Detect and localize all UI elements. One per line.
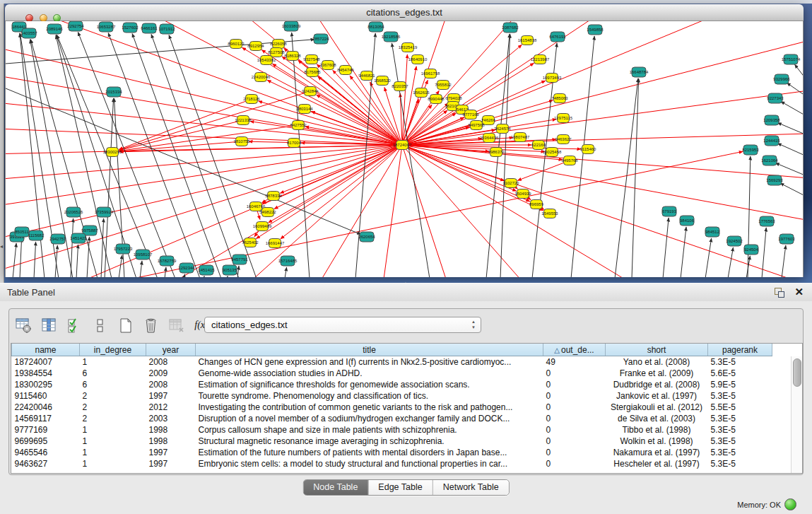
window-titlebar[interactable]: citations_edges.txt	[5, 4, 804, 21]
table-cell[interactable]: 0	[543, 379, 606, 390]
table-cell[interactable]: 2008	[146, 379, 196, 390]
table-cell[interactable]: 49	[543, 356, 606, 368]
memory-status-indicator[interactable]	[784, 498, 796, 510]
table-cell[interactable]: Tibbo et al. (1998)	[606, 424, 708, 436]
table-cell[interactable]: Franke et al. (2009)	[606, 368, 708, 379]
table-cell[interactable]: 2009	[146, 368, 196, 379]
table-cell[interactable]: 2003	[146, 413, 196, 424]
table-cell[interactable]: Jankovic et al. (1997)	[606, 390, 708, 402]
table-row[interactable]: 1456911722003Disruption of a novel membe…	[12, 413, 772, 424]
table-cell[interactable]: 5.3E-5	[708, 356, 772, 368]
table-vertical-scrollbar[interactable]	[791, 356, 802, 473]
table-cell[interactable]: Wolkin et al. (1998)	[606, 436, 708, 447]
table-cell[interactable]: 1997	[146, 390, 196, 402]
table-cell[interactable]: 2	[80, 402, 146, 413]
tab-node-table[interactable]: Node Table	[303, 480, 368, 495]
column-header-title[interactable]: title	[196, 344, 543, 356]
table-cell[interactable]: Estimation of significance thresholds fo…	[196, 379, 543, 390]
table-cell[interactable]: Disruption of a novel member of a sodium…	[196, 413, 543, 424]
delete-column-icon[interactable]	[142, 317, 159, 334]
collapse-arrow-icon[interactable]: ◂	[0, 244, 3, 250]
table-cell[interactable]: 1	[80, 356, 146, 368]
table-cell[interactable]: 0	[543, 368, 606, 379]
table-cell[interactable]: 6	[80, 368, 146, 379]
network-graph[interactable]: 1864411403557208914622927541065328715276…	[6, 21, 803, 277]
table-cell[interactable]: 1	[80, 424, 146, 436]
table-cell[interactable]: Structural magnetic resonance image aver…	[196, 436, 543, 447]
table-cell[interactable]: 0	[543, 413, 606, 424]
combo-stepper-icon[interactable]: ▲▼	[471, 319, 476, 330]
table-cell[interactable]: 19384554	[12, 368, 80, 379]
table-cell[interactable]: Stergiakouli et al. (2012)	[606, 402, 708, 413]
scrollbar-thumb[interactable]	[793, 358, 801, 387]
table-cell[interactable]: Changes of HCN gene expression and I(f) …	[196, 356, 543, 368]
table-cell[interactable]: 1997	[146, 447, 196, 458]
table-cell[interactable]: 5.5E-5	[708, 402, 772, 413]
network-canvas[interactable]: 1864411403557208914622927541065328715276…	[5, 21, 804, 277]
table-cell[interactable]: 0	[543, 447, 606, 458]
table-cell[interactable]: 18300295	[12, 379, 80, 390]
tab-edge-table[interactable]: Edge Table	[368, 480, 433, 495]
table-cell[interactable]: 22420046	[12, 402, 80, 413]
table-row[interactable]: 1830029562008Estimation of significance …	[12, 379, 772, 390]
table-selector[interactable]: citations_edges.txt ▲▼	[204, 317, 481, 333]
table-cell[interactable]: 0	[543, 402, 606, 413]
table-cell[interactable]: 18724007	[12, 356, 80, 368]
table-cell[interactable]: Tourette syndrome. Phenomenology and cla…	[196, 390, 543, 402]
table-cell[interactable]: Corpus callosum shape and size in male p…	[196, 424, 543, 436]
table-row[interactable]: 911546021997Tourette syndrome. Phenomeno…	[12, 390, 772, 402]
table-cell[interactable]: 9699695	[12, 436, 80, 447]
column-header-name[interactable]: name	[12, 344, 80, 356]
table-cell[interactable]: 2012	[146, 402, 196, 413]
table-cell[interactable]: 5.6E-5	[708, 368, 772, 379]
column-header-in_degree[interactable]: in_degree	[80, 344, 146, 356]
column-select-icon[interactable]	[66, 317, 83, 334]
table-cell[interactable]: 6	[80, 379, 146, 390]
table-cell[interactable]: 1	[80, 458, 146, 469]
table-cell[interactable]: Dudbridge et al. (2008)	[606, 379, 708, 390]
table-cell[interactable]: Investigating the contribution of common…	[196, 402, 543, 413]
table-cell[interactable]: Nakamura et al. (1997)	[606, 447, 708, 458]
tab-network-table[interactable]: Network Table	[433, 480, 509, 495]
table-cell[interactable]: 2	[80, 413, 146, 424]
new-column-icon[interactable]	[117, 317, 134, 334]
table-cell[interactable]: 5.3E-5	[708, 458, 772, 469]
table-cell[interactable]: 9463627	[12, 458, 80, 469]
column-visibility-icon[interactable]	[40, 317, 57, 334]
table-row[interactable]: 1938455462009Genome-wide association stu…	[12, 368, 772, 379]
table-cell[interactable]: Embryonic stem cells: a model to study s…	[196, 458, 543, 469]
table-cell[interactable]: 5.3E-5	[708, 447, 772, 458]
table-cell[interactable]: 9115460	[12, 390, 80, 402]
close-panel-icon[interactable]: ✕	[794, 286, 804, 298]
table-cell[interactable]: 1	[80, 447, 146, 458]
table-cell[interactable]: 9465546	[12, 447, 80, 458]
table-row[interactable]: 946554611997Estimation of the future num…	[12, 447, 772, 458]
import-table-icon[interactable]	[167, 317, 184, 334]
table-cell[interactable]: 0	[543, 424, 606, 436]
table-cell[interactable]: 5.3E-5	[708, 413, 772, 424]
table-row[interactable]: 1872400712008Changes of HCN gene express…	[12, 356, 772, 368]
table-settings-icon[interactable]	[15, 317, 32, 334]
table-cell[interactable]: Hescheler et al. (1997)	[606, 458, 708, 469]
float-panel-icon[interactable]	[775, 288, 784, 297]
table-cell[interactable]: Genome-wide association studies in ADHD.	[196, 368, 543, 379]
table-cell[interactable]: 1997	[146, 458, 196, 469]
table-cell[interactable]: 1	[80, 436, 146, 447]
table-cell[interactable]: 2	[80, 390, 146, 402]
table-cell[interactable]: Estimation of the future numbers of pati…	[196, 447, 543, 458]
table-cell[interactable]: 5.3E-5	[708, 436, 772, 447]
table-cell[interactable]: 2008	[146, 356, 196, 368]
table-row[interactable]: 977716911998Corpus callosum shape and si…	[12, 424, 772, 436]
table-cell[interactable]: 5.3E-5	[708, 424, 772, 436]
table-cell[interactable]: 1998	[146, 436, 196, 447]
row-height-icon[interactable]	[91, 317, 108, 334]
column-header-pagerank[interactable]: pagerank	[708, 344, 772, 356]
table-cell[interactable]: 0	[543, 436, 606, 447]
column-header-year[interactable]: year	[146, 344, 196, 356]
table-cell[interactable]: de Silva et al. (2003)	[606, 413, 708, 424]
table-row[interactable]: 2242004622012Investigating the contribut…	[12, 402, 772, 413]
column-header-short[interactable]: short	[606, 344, 708, 356]
table-cell[interactable]: 5.9E-5	[708, 379, 772, 390]
table-cell[interactable]: 0	[543, 390, 606, 402]
column-header-out_de[interactable]: △out_de...	[543, 344, 606, 356]
